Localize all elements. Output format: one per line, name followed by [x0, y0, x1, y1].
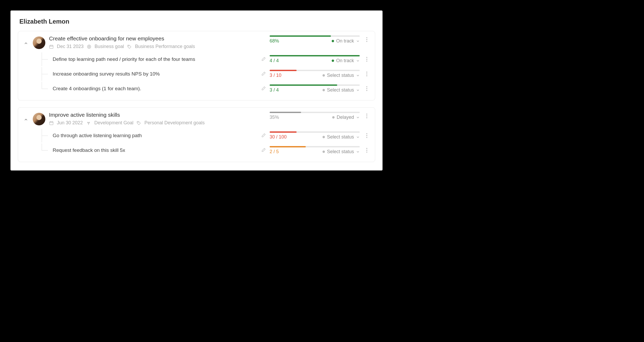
- kr-title: Define top learning path need / priority…: [53, 56, 257, 62]
- more-menu-icon[interactable]: [364, 71, 369, 77]
- collapse-icon[interactable]: [24, 41, 28, 45]
- svg-point-7: [128, 45, 129, 46]
- kr-row: Increase onboarding survey results NPS b…: [39, 67, 369, 81]
- goal-progress-value: 35%: [270, 115, 279, 120]
- goal-progress-bar: [270, 112, 360, 113]
- goal-category: Personal Development goals: [144, 120, 205, 126]
- svg-rect-0: [50, 45, 53, 48]
- svg-point-6: [89, 46, 89, 47]
- kr-row: Define top learning path need / priority…: [39, 52, 369, 67]
- more-menu-icon[interactable]: [364, 113, 369, 119]
- kr-title: Go through active listening learning pat…: [53, 133, 257, 138]
- kr-status-select[interactable]: Select status: [323, 134, 360, 140]
- more-menu-icon[interactable]: [364, 132, 369, 139]
- goal-block: Improve active listening skillsJun 30 20…: [18, 107, 375, 162]
- kr-progress-value: 3 / 4: [270, 87, 279, 93]
- kr-status-select[interactable]: Select status: [323, 149, 360, 154]
- edit-icon[interactable]: [261, 71, 266, 77]
- goal-title: Improve active listening skills: [49, 112, 266, 118]
- goal-block: Create effective onboarding for new empl…: [18, 31, 375, 100]
- kr-list: Go through active listening learning pat…: [39, 128, 369, 158]
- goal-type-icon: [86, 120, 91, 126]
- avatar: [33, 36, 45, 49]
- kr-progress-bar: [270, 70, 360, 71]
- edit-icon[interactable]: [261, 57, 266, 62]
- kr-title: Create 4 onboardings (1 for each team).: [53, 86, 257, 92]
- collapse-icon[interactable]: [24, 117, 28, 122]
- goal-type-icon: [87, 44, 91, 49]
- goal-type: Development Goal: [94, 120, 133, 126]
- goal-progress-bar: [270, 35, 360, 37]
- calendar-icon: [49, 44, 54, 49]
- more-menu-icon[interactable]: [364, 85, 369, 92]
- kr-progress-value: 3 / 10: [270, 73, 281, 78]
- calendar-icon: [49, 121, 54, 125]
- edit-icon[interactable]: [261, 86, 266, 91]
- svg-rect-8: [50, 121, 53, 125]
- kr-progress-bar: [270, 131, 360, 133]
- more-menu-icon[interactable]: [364, 56, 369, 63]
- kr-row: Create 4 onboardings (1 for each team).3…: [39, 81, 369, 96]
- edit-icon[interactable]: [261, 133, 266, 138]
- goal-progress-value: 68%: [270, 38, 279, 44]
- kr-progress-value: 30 / 100: [270, 134, 287, 140]
- kr-progress-value: 4 / 4: [270, 58, 279, 63]
- goal-header: Improve active listening skillsJun 30 20…: [23, 112, 369, 126]
- kr-row: Go through active listening learning pat…: [39, 128, 369, 143]
- goals-card: Elizabeth Lemon Create effective onboard…: [10, 10, 383, 170]
- avatar: [33, 113, 45, 125]
- kr-status-select[interactable]: Select status: [323, 87, 360, 93]
- kr-row: Request feedback on this skill 5x2 / 5Se…: [39, 143, 369, 158]
- kr-title: Increase onboarding survey results NPS b…: [53, 71, 257, 77]
- goal-type: Business goal: [95, 44, 124, 49]
- kr-progress-value: 2 / 5: [270, 149, 279, 154]
- kr-progress-bar: [270, 55, 360, 56]
- kr-status-select[interactable]: On track: [332, 58, 360, 63]
- goal-meta: Jun 30 2022Development GoalPersonal Deve…: [49, 120, 266, 126]
- more-menu-icon[interactable]: [364, 36, 369, 43]
- goal-status-select[interactable]: On track: [332, 38, 360, 44]
- goal-title: Create effective onboarding for new empl…: [49, 35, 266, 42]
- kr-title: Request feedback on this skill 5x: [53, 147, 257, 153]
- kr-progress-bar: [270, 146, 360, 147]
- tag-icon: [127, 44, 132, 49]
- kr-list: Define top learning path need / priority…: [39, 52, 369, 96]
- kr-status-select[interactable]: Select status: [323, 73, 360, 78]
- tag-icon: [137, 121, 141, 125]
- goal-date: Dec 31 2023: [57, 44, 84, 49]
- edit-icon[interactable]: [261, 148, 266, 153]
- person-name: Elizabeth Lemon: [19, 18, 375, 25]
- goal-header: Create effective onboarding for new empl…: [23, 35, 369, 49]
- goal-status-select[interactable]: Delayed: [332, 115, 360, 120]
- more-menu-icon[interactable]: [364, 147, 369, 154]
- svg-point-12: [138, 122, 138, 122]
- kr-progress-bar: [270, 84, 360, 86]
- goal-meta: Dec 31 2023Business goalBusiness Perform…: [49, 44, 266, 49]
- goal-category: Business Performance goals: [135, 44, 195, 49]
- goal-date: Jun 30 2022: [57, 120, 83, 126]
